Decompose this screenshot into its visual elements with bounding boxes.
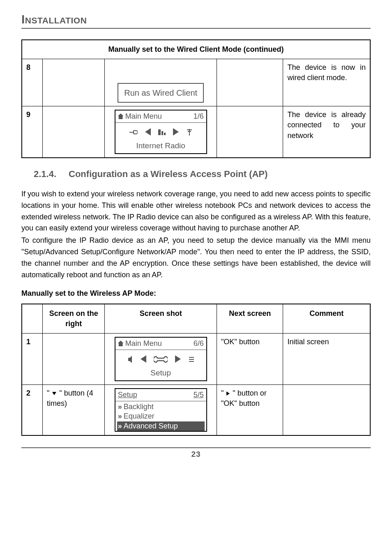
list-title: Setup xyxy=(118,390,137,400)
list-item-selected: »Advanced Setup xyxy=(117,421,205,431)
next-screen-cell: " " button or "OK" button xyxy=(217,384,283,435)
title-underline xyxy=(21,28,371,29)
down-arrow-icon xyxy=(51,389,57,397)
list-item: »Equalizer xyxy=(117,412,205,421)
screenshot-cell: Main Menu 6/6 Setup xyxy=(105,334,217,385)
chevrons-icon: » xyxy=(118,421,122,431)
shot-caption: Setup xyxy=(115,367,206,380)
setup-list-shot: Setup 5/5 »Backlight »Equalizer »Advance… xyxy=(115,388,207,432)
comment-cell: The device is now in wired client mode. xyxy=(283,59,370,106)
section-title: Configuration as a Wireless Access Point… xyxy=(69,169,267,180)
list-items: »Backlight »Equalizer »Advanced Setup xyxy=(115,401,206,431)
next-screen-cell: "OK" button xyxy=(217,334,283,385)
page-title: Installation xyxy=(21,12,371,28)
list-item: »Backlight xyxy=(117,402,205,412)
screenshot-cell: Setup 5/5 »Backlight »Equalizer »Advance… xyxy=(105,384,217,435)
page-footer: 23 xyxy=(21,447,371,459)
run-wired-client-shot: Run as Wired Client xyxy=(118,83,204,103)
menu-title: Main Menu xyxy=(125,339,162,348)
home-icon xyxy=(118,339,125,348)
triangle-right-icon xyxy=(175,355,181,363)
shot-caption: Internet Radio xyxy=(115,140,206,153)
comment-cell: Initial screen xyxy=(283,334,370,385)
speaker-icon xyxy=(127,352,133,365)
table1-header: Manually set to the Wired Client Mode (c… xyxy=(22,40,370,59)
header-next-screen: Next screen xyxy=(217,304,283,334)
subheading: Manually set to the Wireless AP Mode: xyxy=(21,289,371,298)
comment-cell xyxy=(283,384,370,435)
table-row: 9 Main Menu 1/6 Internet Radio xyxy=(22,106,370,158)
step-number: 1 xyxy=(22,334,42,385)
step-number: 9 xyxy=(22,106,42,158)
section-number: 2.1.4. xyxy=(34,169,56,180)
chevrons-icon: » xyxy=(118,402,122,412)
menu-icons-row xyxy=(115,123,206,140)
empty-header xyxy=(22,304,42,334)
right-arrow-icon xyxy=(226,389,231,397)
main-menu-shot: Main Menu 1/6 Internet Radio xyxy=(115,110,207,154)
triangle-left-icon xyxy=(145,128,151,136)
table-row: 8 Run as Wired Client The device is now … xyxy=(22,59,370,106)
list-icon xyxy=(188,352,195,365)
menu-icons-row xyxy=(115,350,206,367)
wireless-ap-table: Screen on the right Screen shot Next scr… xyxy=(21,304,371,436)
wrench-icon xyxy=(154,352,168,365)
screen-right-cell xyxy=(42,59,104,106)
section-heading: 2.1.4. Configuration as a Wireless Acces… xyxy=(34,169,371,180)
triangle-left-icon xyxy=(141,355,146,363)
plug-icon xyxy=(129,125,138,138)
header-comment: Comment xyxy=(283,304,370,334)
screenshot-cell: Run as Wired Client xyxy=(105,59,217,106)
triangle-right-icon xyxy=(173,128,179,136)
comment-cell: The device is already connected to your … xyxy=(283,106,370,158)
screen-right-cell xyxy=(42,334,104,385)
screen-right-cell: " " button (4 times) xyxy=(42,384,104,435)
menu-page-indicator: 6/6 xyxy=(194,338,204,349)
antenna-icon xyxy=(186,125,193,138)
table-row: 2 " " button (4 times) Setup 5/5 »Backli… xyxy=(22,384,370,435)
header-screen-right: Screen on the right xyxy=(42,304,104,334)
step-number: 2 xyxy=(22,384,42,435)
wired-client-table: Manually set to the Wired Client Mode (c… xyxy=(21,39,371,158)
screenshot-cell: Main Menu 1/6 Internet Radio xyxy=(105,106,217,158)
next-screen-cell xyxy=(217,59,283,106)
home-icon xyxy=(118,112,125,120)
paragraph-2: To configure the IP Radio device as an A… xyxy=(21,235,371,281)
next-screen-cell xyxy=(217,106,283,158)
screen-right-cell xyxy=(42,106,104,158)
header-screen-shot: Screen shot xyxy=(105,304,217,334)
main-menu-setup-shot: Main Menu 6/6 Setup xyxy=(115,337,207,381)
menu-page-indicator: 1/6 xyxy=(194,111,204,122)
step-number: 8 xyxy=(22,59,42,106)
page-number: 23 xyxy=(21,448,371,459)
list-page-indicator: 5/5 xyxy=(194,390,204,400)
chevrons-icon: » xyxy=(118,412,122,421)
menu-title: Main Menu xyxy=(125,112,162,120)
paragraph-1: If you wish to extend your wireless netw… xyxy=(21,189,371,235)
table-row: 1 Main Menu 6/6 Setup xyxy=(22,334,370,385)
bars-icon xyxy=(158,125,166,138)
